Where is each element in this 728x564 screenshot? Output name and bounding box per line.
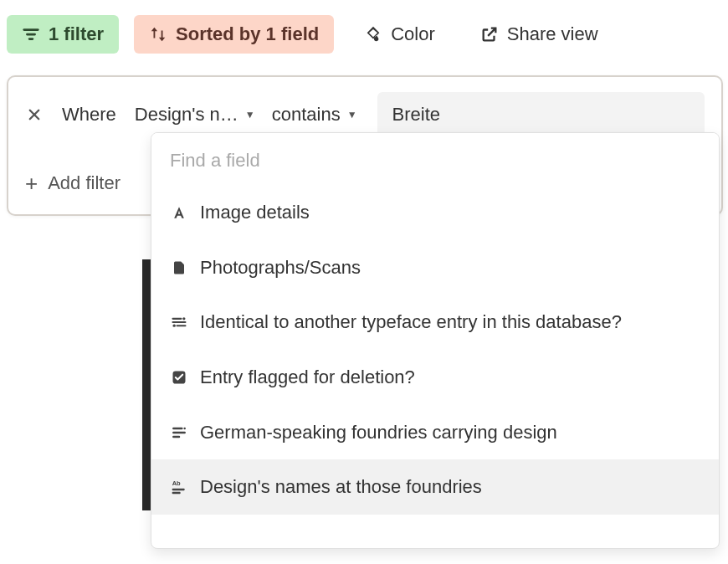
field-search-input[interactable]	[151, 133, 719, 185]
field-option[interactable]: Identical to another typeface entry in t…	[151, 295, 719, 350]
lookup-icon: Ab	[170, 478, 188, 496]
view-toolbar: 1 filter Sorted by 1 field Color Share v…	[0, 0, 728, 60]
where-label: Where	[62, 104, 116, 126]
attachment-icon	[170, 259, 188, 277]
field-option-list[interactable]: Image details Photographs/Scans Identica…	[151, 185, 719, 548]
field-picker-dropdown: Image details Photographs/Scans Identica…	[151, 132, 720, 549]
field-option-label: Entry flagged for deletion?	[200, 365, 700, 390]
filter-pill-label: 1 filter	[49, 23, 104, 45]
svg-rect-16	[172, 489, 185, 491]
link-icon	[170, 313, 188, 331]
chevron-down-icon: ▼	[245, 109, 255, 120]
svg-point-8	[182, 317, 185, 320]
field-option-label: Photographs/Scans	[200, 255, 700, 280]
field-option[interactable]: German-speaking foundries carrying desig…	[151, 405, 719, 460]
sort-pill-label: Sorted by 1 field	[176, 23, 319, 45]
field-option[interactable]: Ab Design's names at those foundries	[151, 459, 719, 515]
plus-icon: +	[25, 172, 38, 194]
share-button-label: Share view	[507, 23, 598, 45]
color-button-label: Color	[391, 23, 435, 45]
svg-point-9	[173, 325, 176, 327]
field-option[interactable]: Photographs/Scans	[151, 240, 719, 295]
add-filter-label: Add filter	[48, 172, 120, 194]
checkbox-icon	[170, 368, 188, 387]
filter-icon	[22, 25, 40, 44]
chevron-down-icon: ▼	[347, 109, 357, 120]
filter-panel: Where Design's n… ▼ contains ▼ + Add fil…	[7, 75, 723, 216]
svg-point-14	[183, 427, 186, 429]
paint-bucket-icon	[364, 25, 382, 44]
share-view-button[interactable]: Share view	[465, 15, 613, 54]
operator-dropdown-value: contains	[272, 104, 341, 126]
field-option[interactable]: Entry flagged for deletion?	[151, 350, 719, 405]
field-option-label: Identical to another typeface entry in t…	[200, 310, 700, 335]
field-dropdown-trigger[interactable]: Design's n… ▼	[131, 100, 259, 129]
field-dropdown-value: Design's n…	[135, 104, 238, 126]
operator-dropdown-trigger[interactable]: contains ▼	[269, 100, 361, 129]
field-option-label: Image details	[200, 200, 700, 225]
sort-icon	[149, 25, 167, 44]
remove-condition-button[interactable]	[25, 105, 44, 124]
filter-pill[interactable]: 1 filter	[7, 15, 119, 54]
svg-text:Ab: Ab	[172, 480, 181, 488]
field-option[interactable]: Image details	[151, 185, 719, 240]
sort-pill[interactable]: Sorted by 1 field	[134, 15, 334, 54]
field-option-label: Design's names at those foundries	[200, 474, 700, 500]
list-icon	[170, 423, 188, 442]
text-icon	[170, 203, 188, 222]
svg-rect-17	[172, 492, 181, 495]
filter-value-input[interactable]	[377, 92, 705, 137]
share-icon	[480, 25, 499, 44]
field-option-label: German-speaking foundries carrying desig…	[200, 420, 700, 445]
color-button[interactable]: Color	[349, 15, 450, 54]
